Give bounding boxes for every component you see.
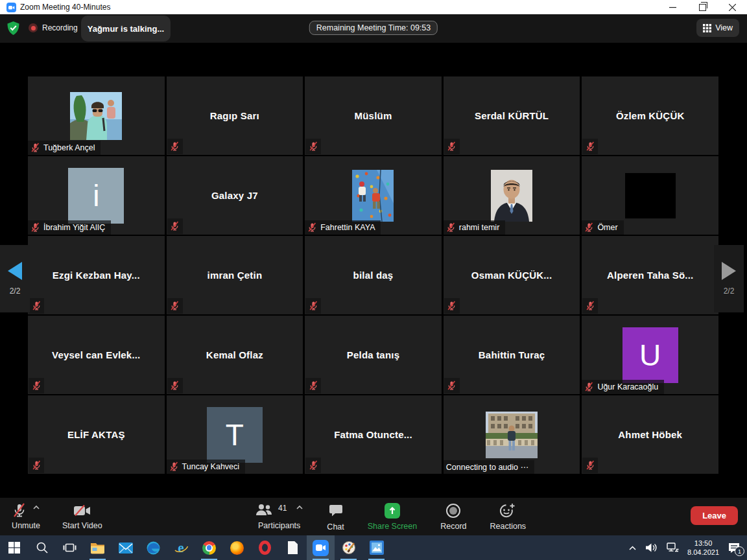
participants-count: 41 bbox=[278, 504, 287, 513]
participant-name: Fahrettin KAYA bbox=[320, 223, 375, 232]
next-page-button[interactable]: 2/2 bbox=[714, 245, 744, 312]
taskbar-zoom-icon[interactable] bbox=[307, 535, 335, 560]
participant-name: Connecting to audio ⋯ bbox=[446, 462, 528, 472]
taskbar-paint-icon[interactable] bbox=[335, 535, 362, 560]
taskbar-start-icon[interactable] bbox=[0, 535, 28, 560]
taskbar-opera-icon[interactable] bbox=[251, 535, 279, 560]
svg-text:e: e bbox=[178, 541, 184, 555]
chevron-up-icon[interactable] bbox=[32, 505, 40, 510]
restore-icon bbox=[699, 4, 706, 11]
participant-tile[interactable]: Ragıp Sarı bbox=[167, 76, 303, 155]
taskbar-edge-icon[interactable] bbox=[139, 535, 167, 560]
recording-label: Recording bbox=[42, 23, 78, 32]
start-video-button[interactable]: Start Video bbox=[62, 502, 102, 530]
recording-dot-icon bbox=[29, 23, 38, 32]
mic-muted-icon bbox=[446, 222, 456, 233]
mic-muted-icon bbox=[582, 298, 598, 314]
participant-tile[interactable]: ELİF AKTAŞ bbox=[28, 395, 165, 474]
participant-name: İbrahim Yiğit AlIÇ bbox=[43, 223, 105, 232]
participant-tile[interactable]: Galaxy J7 bbox=[167, 156, 303, 235]
taskbar-task-view-icon[interactable] bbox=[56, 535, 84, 560]
participant-name: Pelda tanış bbox=[342, 349, 405, 360]
restore-button[interactable] bbox=[687, 0, 717, 14]
participant-photo bbox=[70, 92, 122, 140]
participant-photo bbox=[352, 170, 394, 222]
participant-name: ELİF AKTAŞ bbox=[62, 429, 130, 440]
participant-tile[interactable]: bilal daş bbox=[305, 236, 442, 314]
chat-button[interactable]: Chat bbox=[327, 502, 344, 531]
participant-tile[interactable]: Osman KÜÇÜK... bbox=[444, 236, 580, 314]
mic-muted-icon bbox=[167, 298, 183, 314]
system-tray: 13:50 8.04.2021 1 bbox=[628, 535, 747, 560]
taskbar-notepad-icon[interactable] bbox=[279, 535, 307, 560]
participant-tile[interactable]: rahmi temir bbox=[444, 156, 580, 235]
talking-toast: Yağmur is talking... bbox=[81, 16, 171, 41]
share-screen-button[interactable]: Share Screen bbox=[368, 502, 417, 531]
taskbar-clock[interactable]: 13:50 8.04.2021 bbox=[687, 539, 719, 557]
participants-button[interactable]: 41 Participants bbox=[255, 502, 303, 531]
mic-muted-icon bbox=[29, 378, 44, 393]
participant-tile[interactable]: UUğur Karacaoğlu bbox=[582, 316, 718, 394]
chat-icon bbox=[329, 504, 343, 518]
participant-tile[interactable]: Fahrettin KAYA bbox=[305, 156, 442, 235]
taskbar-file-explorer-icon[interactable] bbox=[84, 535, 112, 560]
security-shield-icon[interactable] bbox=[6, 21, 20, 36]
participant-tile[interactable]: Kemal Oflaz bbox=[167, 316, 303, 394]
taskbar-search-icon[interactable] bbox=[28, 535, 56, 560]
participant-tile[interactable]: Ezgi Kezban Hay... bbox=[28, 236, 165, 314]
reactions-button[interactable]: Reactions bbox=[490, 502, 527, 531]
mic-muted-icon bbox=[444, 378, 460, 393]
mic-muted-icon bbox=[169, 461, 179, 472]
participant-photo bbox=[625, 173, 676, 218]
minimize-button[interactable] bbox=[658, 0, 687, 14]
participant-tile[interactable]: imran Çetin bbox=[167, 236, 303, 314]
mic-muted-icon bbox=[29, 458, 44, 473]
participant-tile[interactable]: Ömer bbox=[582, 156, 718, 235]
mic-muted-icon bbox=[167, 378, 183, 393]
participant-avatar: i bbox=[68, 168, 124, 224]
participant-tile[interactable]: Alperen Taha Sö... bbox=[582, 236, 718, 314]
window-title: Zoom Meeting 40-Minutes bbox=[20, 3, 110, 12]
participant-tile[interactable]: TTuncay Kahveci bbox=[167, 395, 303, 474]
mic-muted-icon bbox=[167, 218, 183, 234]
taskbar-mail-icon[interactable] bbox=[112, 535, 139, 560]
participant-tile[interactable]: Özlem KÜÇÜK bbox=[582, 76, 718, 155]
previous-page-button[interactable]: 2/2 bbox=[0, 245, 30, 312]
mic-muted-icon bbox=[584, 382, 594, 392]
volume-icon[interactable] bbox=[645, 542, 658, 553]
taskbar-chrome-icon[interactable] bbox=[195, 535, 223, 560]
participant-name-label: İbrahim Yiğit AlIÇ bbox=[28, 220, 111, 235]
taskbar-internet-explorer-icon[interactable]: e bbox=[167, 535, 195, 560]
network-icon[interactable] bbox=[667, 542, 679, 553]
participant-tile[interactable]: Tuğberk Ançel bbox=[28, 76, 165, 155]
action-center-icon[interactable]: 1 bbox=[728, 542, 741, 554]
taskbar-photos-icon[interactable] bbox=[362, 535, 390, 560]
page-indicator: 2/2 bbox=[724, 286, 735, 296]
participant-tile[interactable]: Serdal KÜRTÜL bbox=[444, 76, 580, 155]
participant-name-label: Uğur Karacaoğlu bbox=[582, 380, 664, 394]
participant-tile[interactable]: Bahittin Turaç bbox=[444, 316, 580, 394]
taskbar-firefox-icon[interactable] bbox=[223, 535, 251, 560]
participant-tile[interactable]: Pelda tanış bbox=[305, 316, 442, 394]
leave-button[interactable]: Leave bbox=[691, 506, 738, 525]
participant-name-label: Tuncay Kahveci bbox=[167, 460, 245, 474]
meeting-topbar: Recording Yağmur is talking... Remaining… bbox=[0, 14, 747, 43]
participant-tile[interactable]: Müslüm bbox=[305, 76, 442, 155]
record-button[interactable]: Record bbox=[440, 502, 466, 531]
participant-name-label: Connecting to audio ⋯ bbox=[444, 460, 534, 474]
unmute-button[interactable]: Unmute bbox=[12, 502, 40, 530]
participant-name: Veysel can Evlek... bbox=[47, 349, 145, 360]
view-button[interactable]: View bbox=[696, 19, 739, 37]
chevron-up-icon[interactable] bbox=[296, 505, 303, 510]
participant-name: Uğur Karacaoğlu bbox=[597, 382, 658, 391]
participant-tile[interactable]: Fatma Otuncte... bbox=[305, 395, 442, 474]
mic-muted-icon bbox=[30, 143, 40, 153]
mic-muted-icon bbox=[584, 222, 594, 233]
participant-tile[interactable]: Ahmet Höbek bbox=[582, 395, 718, 474]
participant-name-label: Ömer bbox=[582, 220, 623, 235]
participant-tile[interactable]: Veysel can Evlek... bbox=[28, 316, 165, 394]
tray-chevron-up-icon[interactable] bbox=[628, 545, 637, 551]
participant-tile[interactable]: Connecting to audio ⋯ bbox=[444, 395, 580, 474]
participant-tile[interactable]: iİbrahim Yiğit AlIÇ bbox=[28, 156, 165, 235]
close-button[interactable] bbox=[717, 0, 747, 14]
